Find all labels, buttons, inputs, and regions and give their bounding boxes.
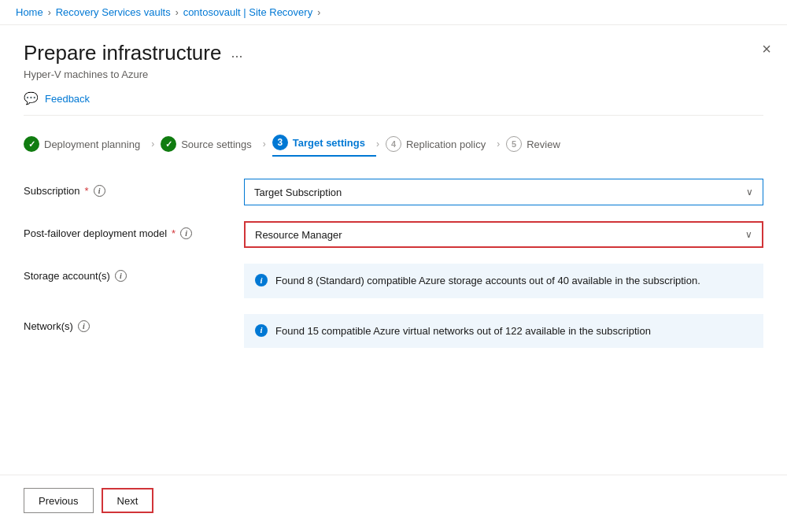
step-4-icon: 4 [386,136,401,152]
step-review[interactable]: 5 Review [506,133,571,155]
breadcrumb-sep-2: › [176,7,179,18]
breadcrumb-vaults[interactable]: Recovery Services vaults [56,6,171,18]
breadcrumb-home[interactable]: Home [16,6,43,18]
deployment-model-info-icon[interactable]: i [180,227,192,239]
step-1-label: Deployment planning [44,139,140,150]
subscription-dropdown[interactable]: Target Subscription ∨ [244,179,763,205]
step-replication-policy[interactable]: 4 Replication policy [386,133,497,155]
breadcrumb-vault[interactable]: contosovault | Site Recovery [183,6,313,18]
page-title: Prepare infrastructure ... [24,41,242,65]
target-settings-form: Subscription * i Target Subscription ∨ P… [24,179,763,348]
breadcrumb-sep-3: › [317,7,320,18]
subscription-info-icon[interactable]: i [94,185,105,197]
networks-row: Network(s) i i Found 15 compatible Azure… [24,314,763,349]
step-deployment-planning[interactable]: ✓ Deployment planning [24,133,151,155]
step-sep-2: › [263,139,266,150]
storage-accounts-control: i Found 8 (Standard) compatible Azure st… [244,264,763,298]
step-source-settings[interactable]: ✓ Source settings [161,133,263,155]
next-button[interactable]: Next [102,488,154,513]
networks-control: i Found 15 compatible Azure virtual netw… [244,314,763,349]
storage-accounts-info-icon[interactable]: i [115,270,127,282]
storage-accounts-row: Storage account(s) i i Found 8 (Standard… [24,264,763,298]
main-panel: × Prepare infrastructure ... Hyper-V mac… [0,25,787,526]
step-5-icon: 5 [506,136,522,152]
subscription-row: Subscription * i Target Subscription ∨ [24,179,763,205]
networks-info-box: i Found 15 compatible Azure virtual netw… [244,314,763,349]
close-button[interactable]: × [762,41,771,57]
step-target-settings[interactable]: 3 Target settings [272,131,376,157]
feedback-button[interactable]: 💬 Feedback [24,91,763,116]
breadcrumb-sep-1: › [48,7,51,18]
deployment-model-chevron-icon: ∨ [745,229,752,240]
storage-info-icon: i [255,274,268,286]
storage-accounts-info-box: i Found 8 (Standard) compatible Azure st… [244,264,763,298]
checkmark-icon-2: ✓ [165,139,172,150]
required-marker: * [85,185,89,197]
required-marker-2: * [172,227,176,239]
wizard-steps: ✓ Deployment planning › ✓ Source setting… [24,131,763,160]
networks-info-text: Found 15 compatible Azure virtual networ… [275,323,651,339]
deployment-model-value: Resource Manager [255,229,342,241]
networks-info-icon-box: i [255,324,268,337]
subscription-label: Subscription * i [24,179,244,197]
step-sep-1: › [151,139,154,150]
previous-button[interactable]: Previous [24,488,94,513]
feedback-icon: 💬 [24,91,39,105]
step-3-label: Target settings [293,137,365,149]
step-4-label: Replication policy [406,139,486,150]
step-sep-4: › [497,139,500,150]
subscription-value: Target Subscription [254,187,342,198]
deployment-model-control: Resource Manager ∨ [244,221,763,248]
step-3-icon: 3 [272,135,288,150]
step-2-label: Source settings [181,139,252,150]
feedback-label: Feedback [45,93,90,105]
step-sep-3: › [376,139,379,150]
step-1-icon: ✓ [24,136,39,152]
ellipsis-menu[interactable]: ... [231,45,242,61]
deployment-model-label: Post-failover deployment model * i [24,221,244,239]
step-5-label: Review [527,139,560,150]
checkmark-icon: ✓ [28,139,35,150]
step-2-icon: ✓ [161,136,176,152]
subscription-chevron-icon: ∨ [746,187,753,198]
storage-accounts-label: Storage account(s) i [24,264,244,282]
panel-subtitle: Hyper-V machines to Azure [24,68,763,80]
deployment-model-row: Post-failover deployment model * i Resou… [24,221,763,248]
networks-info-icon[interactable]: i [78,320,90,332]
footer: Previous Next [0,475,787,526]
storage-accounts-info-text: Found 8 (Standard) compatible Azure stor… [275,273,700,289]
breadcrumb: Home › Recovery Services vaults › contos… [0,0,787,25]
networks-label: Network(s) i [24,314,244,332]
subscription-control: Target Subscription ∨ [244,179,763,205]
deployment-model-dropdown[interactable]: Resource Manager ∨ [244,221,763,248]
